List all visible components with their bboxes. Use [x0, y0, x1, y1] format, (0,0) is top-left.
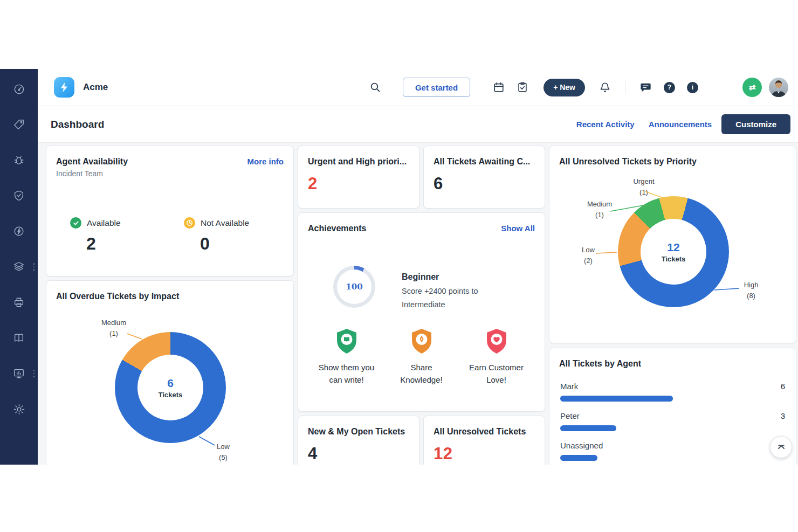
calendar-button[interactable] [493, 81, 505, 93]
user-avatar[interactable] [769, 78, 788, 97]
card-title: All Unresolved Tickets by Priority [559, 157, 697, 167]
sidebar-item-tickets[interactable] [0, 107, 38, 142]
sidebar-item-changes[interactable] [0, 178, 38, 213]
purchase-icon [13, 296, 25, 308]
customize-button[interactable]: Customize [721, 114, 790, 134]
sidebar-item-settings[interactable] [0, 391, 38, 427]
badge-label-line1: Show them you [319, 361, 374, 374]
label-low: Low (2) [572, 245, 604, 266]
sidebar-item-releases[interactable] [0, 213, 38, 249]
calendar-icon [493, 81, 505, 93]
label-medium: Medium (1) [95, 317, 133, 339]
releases-icon [13, 225, 25, 237]
achievement-score-line2: Intermediate [402, 300, 478, 309]
card-overdue-by-impact: All Overdue Tickets by Impact 6 Tickets … [46, 280, 294, 465]
agent-name: Unassigned [560, 441, 603, 450]
sidebar-item-solutions[interactable] [0, 320, 38, 356]
card-title: New & My Open Tickets [308, 427, 405, 437]
sidebar-item-purchase[interactable] [0, 285, 38, 320]
clipboard-check-icon [517, 81, 528, 93]
more-info-link[interactable]: More info [247, 157, 284, 166]
achievement-score: 100 [346, 282, 362, 292]
analytics-kebab-icon[interactable] [33, 370, 35, 377]
card-tickets-by-agent: All Tickets by Agent Mark 6 Peter 3 Unas… [549, 348, 796, 465]
show-all-link[interactable]: Show All [501, 224, 535, 233]
sidebar-item-dashboard[interactable] [0, 71, 38, 107]
shield-book-icon [334, 328, 359, 355]
header-actions: Get started + New ? i ⇄ [369, 78, 788, 97]
card-achievements: Achievements Show All 100 Beginner Score… [298, 212, 545, 412]
achievement-badges: Show them you can write! Share Knowledge… [309, 328, 534, 386]
agent-bar[interactable] [560, 455, 597, 461]
shield-heart-icon [484, 328, 509, 355]
available-check-icon [70, 217, 81, 229]
tickets-awaiting-value: 6 [434, 174, 443, 194]
get-started-button[interactable]: Get started [403, 78, 470, 97]
problems-icon [13, 154, 25, 166]
available-block: Available 2 [70, 217, 121, 254]
new-button[interactable]: + New [544, 79, 585, 96]
impact-donut-chart[interactable]: 6 Tickets [115, 332, 226, 443]
badge-love[interactable]: Earn Customer Love! [459, 328, 534, 386]
brand-logo[interactable] [54, 77, 74, 98]
label-high: High (8) [735, 280, 767, 301]
agent-value: 3 [781, 411, 785, 420]
notifications-button[interactable] [599, 81, 611, 93]
agent-row[interactable]: Mark 6 [560, 382, 785, 402]
sidebar-item-analytics[interactable] [0, 356, 38, 391]
settings-icon [13, 403, 25, 416]
scroll-to-top-button[interactable] [770, 436, 792, 458]
brand: Acme [54, 77, 108, 98]
search-button[interactable] [369, 81, 381, 93]
shield-pen-icon [409, 328, 434, 355]
all-unresolved-value: 12 [434, 444, 452, 464]
avatar-person-icon [769, 78, 788, 97]
app-switcher-button[interactable]: ⇄ [742, 78, 762, 97]
solutions-icon [13, 332, 25, 344]
available-value: 2 [86, 234, 121, 254]
card-title: All Overdue Tickets by Impact [56, 292, 179, 301]
agent-bar[interactable] [560, 425, 616, 431]
badge-knowledge[interactable]: Share Knowledge! [384, 328, 459, 386]
recent-activity-link[interactable]: Recent Activity [576, 120, 635, 129]
achievement-level: Beginner [402, 272, 478, 282]
sidebar-item-assets[interactable] [0, 249, 38, 285]
bell-icon [599, 81, 611, 93]
new-my-open-value: 4 [308, 444, 318, 464]
urgent-high-value: 2 [308, 174, 318, 194]
agent-bar[interactable] [560, 396, 673, 402]
chat-icon [639, 81, 652, 93]
info-button[interactable]: i [687, 82, 698, 93]
brand-name: Acme [83, 82, 108, 93]
agent-row[interactable]: Unassigned [560, 441, 785, 461]
agent-value: 6 [781, 382, 785, 391]
priority-donut-chart[interactable]: 12 Tickets [618, 196, 729, 307]
card-title: All Unresolved Tickets [434, 427, 526, 437]
donut-center-value: 6 [167, 377, 174, 390]
tasks-button[interactable] [517, 81, 528, 93]
achievement-progress-ring: 100 [333, 266, 375, 308]
assets-icon [13, 261, 25, 273]
badge-label-line2: Love! [469, 374, 524, 386]
tickets-icon [13, 119, 25, 130]
card-title: Achievements [308, 224, 367, 233]
dashboard-bar-actions: Recent Activity Announcements Customize [576, 114, 790, 134]
card-title: Agent Availability [56, 157, 128, 167]
card-unresolved-by-priority: All Unresolved Tickets by Priority 12 Ti… [549, 146, 796, 343]
announcements-link[interactable]: Announcements [649, 120, 712, 129]
not-available-value: 0 [200, 234, 249, 254]
header-divider [625, 80, 625, 94]
top-header: Acme Get started + New ? i ⇄ [38, 69, 798, 106]
card-urgent-high-priority: Urgent and High priori... 2 [298, 146, 419, 209]
switch-arrows-icon: ⇄ [749, 82, 756, 92]
badge-write[interactable]: Show them you can write! [309, 328, 384, 386]
help-button[interactable]: ? [664, 82, 675, 93]
sidebar-item-problems[interactable] [0, 142, 38, 178]
card-new-my-open: New & My Open Tickets 4 [298, 416, 419, 465]
agent-row[interactable]: Peter 3 [560, 411, 785, 431]
assets-kebab-icon[interactable] [33, 263, 35, 271]
label-low: Low (5) [207, 441, 239, 463]
chat-button[interactable] [639, 81, 652, 93]
available-label: Available [87, 218, 121, 228]
dashboard-main: Agent Availability Incident Team More in… [38, 143, 798, 465]
